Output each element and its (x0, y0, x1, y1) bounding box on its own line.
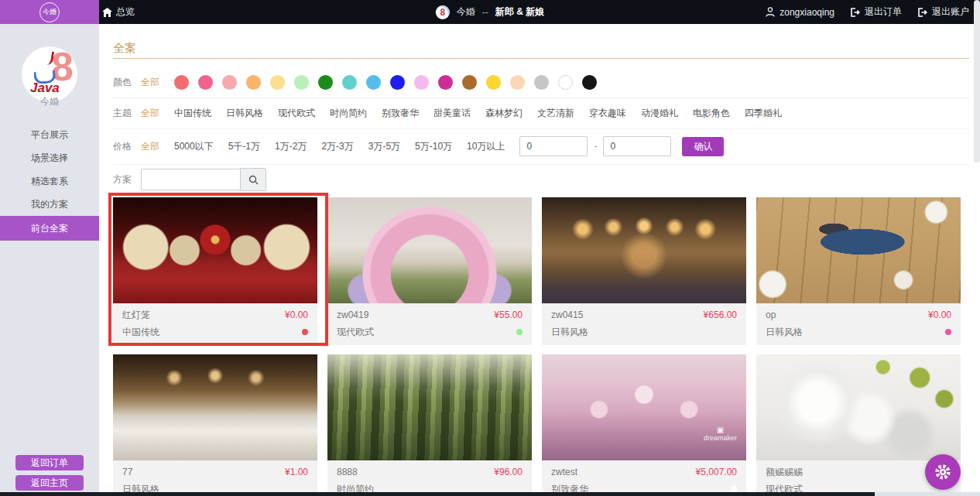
sidebar-item[interactable]: 场景选择 (0, 146, 99, 169)
color-swatch[interactable] (174, 75, 189, 90)
color-swatch[interactable] (438, 75, 453, 90)
theme-option[interactable]: 甜美童话 (433, 107, 471, 120)
filter-row-plan: 方案 (113, 164, 969, 195)
filter-row-color: 颜色 全部 (113, 67, 969, 98)
price-option[interactable]: 1万-2万 (275, 140, 307, 153)
color-swatch[interactable] (222, 75, 237, 90)
sidebar: 8 Java 今婚 平台展示场景选择精选套系我的方案前台全案 返回订单 返回主页 (0, 24, 99, 496)
theme-option[interactable]: 时尚简约 (330, 107, 367, 120)
sidebar-item[interactable]: 平台展示 (0, 123, 99, 146)
color-swatch[interactable] (318, 75, 333, 90)
product-image (113, 197, 317, 303)
color-filter-label: 颜色 (113, 76, 141, 89)
theme-option[interactable]: 森林梦幻 (485, 107, 523, 120)
java-text: Java (30, 80, 60, 96)
price-min-input[interactable] (519, 136, 588, 156)
color-swatch[interactable] (558, 75, 573, 90)
plan-search-input[interactable] (141, 169, 240, 190)
logout-order-button[interactable]: 退出订单 (850, 5, 902, 19)
theme-option[interactable]: 日韩风格 (226, 107, 263, 120)
product-name: zwtest (551, 467, 577, 477)
theme-option[interactable]: 别致奢华 (382, 107, 419, 120)
sidebar-item[interactable]: 我的方案 (0, 193, 99, 216)
product-grid: 红灯笼¥0.00中国传统zw0419¥55.00现代欧式zw0415¥656.0… (113, 197, 961, 496)
color-swatch[interactable] (366, 75, 381, 90)
logout-account-label: 退出账户 (932, 5, 969, 19)
product-card[interactable]: dreamakerzwtest¥5,007.00别致奢华 (542, 354, 746, 496)
theme-option[interactable]: 四季婚礼 (745, 107, 782, 120)
color-swatch[interactable] (294, 75, 309, 90)
color-swatch[interactable] (510, 75, 525, 90)
color-swatch[interactable] (246, 75, 261, 90)
price-option[interactable]: 2万-3万 (321, 140, 353, 153)
price-option[interactable]: 3万-5万 (368, 140, 400, 153)
product-footer: zwtest¥5,007.00别致奢华 (542, 460, 746, 496)
price-option[interactable]: 5000以下 (174, 140, 214, 153)
product-color-dot (516, 329, 523, 335)
price-option[interactable]: 5万-10万 (415, 140, 452, 153)
image-watermark: dreamaker (704, 426, 737, 442)
color-swatch[interactable] (486, 75, 501, 90)
theme-option[interactable]: 现代欧式 (278, 107, 315, 120)
plan-filter-label: 方案 (113, 173, 141, 186)
theme-option[interactable]: 电影角色 (693, 107, 730, 120)
color-swatch[interactable] (270, 75, 285, 90)
logout-account-button[interactable]: 退出账户 (917, 5, 969, 19)
product-card[interactable]: zw0415¥656.00日韩风格 (542, 197, 746, 345)
confirm-button[interactable]: 确认 (682, 137, 724, 156)
price-option[interactable]: 全部 (141, 140, 159, 153)
color-swatch[interactable] (534, 75, 549, 90)
product-image (756, 354, 961, 460)
user-menu[interactable]: zongxiaoqing (766, 7, 834, 18)
theme-option[interactable]: 动漫婚礼 (641, 107, 678, 120)
price-option[interactable]: 10万以上 (467, 140, 505, 153)
price-option[interactable]: 5千-1万 (228, 140, 260, 153)
color-swatch[interactable] (198, 75, 213, 90)
logout-icon (850, 8, 860, 17)
color-swatch[interactable] (462, 75, 477, 90)
product-price: ¥0.00 (285, 310, 308, 320)
horizontal-scrollbar-thumb[interactable] (0, 492, 875, 496)
product-name: 8888 (337, 467, 358, 477)
center-title: 新郎 & 新娘 (495, 5, 544, 19)
theme-option[interactable]: 穿衣趣味 (589, 107, 626, 120)
price-range-dash: - (594, 141, 597, 152)
sidebar-item[interactable]: 精选套系 (0, 169, 99, 193)
product-card[interactable]: 红灯笼¥0.00中国传统 (113, 197, 317, 345)
back-to-home-button[interactable]: 返回主页 (15, 475, 84, 491)
topbar: 今婚 总览 8 今婚 -- 新郎 & 新娘 zongxiaoqing 退出订单 … (0, 0, 980, 24)
theme-option[interactable]: 中国传统 (174, 107, 211, 120)
product-price: ¥0.00 (928, 310, 951, 320)
settings-fab-button[interactable] (925, 454, 961, 490)
theme-option[interactable]: 全部 (141, 107, 159, 120)
color-swatch[interactable] (390, 75, 405, 90)
product-card[interactable]: zw0419¥55.00现代欧式 (327, 197, 532, 345)
color-swatch[interactable] (342, 75, 357, 90)
theme-option[interactable]: 文艺清新 (537, 107, 574, 120)
horizontal-scrollbar-track[interactable] (0, 492, 980, 496)
product-footer: 8888¥96.00时尚简约 (327, 460, 532, 496)
sidebar-item[interactable]: 前台全案 (0, 216, 99, 241)
color-filter-all[interactable]: 全部 (141, 76, 159, 89)
back-to-orders-button[interactable]: 返回订单 (15, 455, 84, 470)
price-max-input[interactable] (603, 136, 671, 156)
logout-order-label: 退出订单 (865, 5, 902, 19)
product-name: zw0415 (551, 310, 583, 320)
product-name: zw0419 (337, 310, 368, 320)
product-image (756, 197, 961, 303)
color-swatch[interactable] (414, 75, 429, 90)
product-name: 额赐赐赐 (766, 466, 803, 479)
color-swatch[interactable] (582, 75, 597, 90)
product-footer: 77¥1.00日韩风格 (113, 460, 317, 496)
price-filter-label: 价格 (113, 140, 141, 153)
product-card[interactable]: 8888¥96.00时尚简约 (327, 354, 532, 496)
vertical-scrollbar[interactable] (974, 0, 980, 162)
product-card[interactable]: op¥0.00日韩风格 (756, 197, 961, 345)
product-card[interactable]: 77¥1.00日韩风格 (113, 354, 317, 496)
nav-center-title: 8 今婚 -- 新郎 & 新娘 (436, 0, 544, 24)
brand-block[interactable]: 今婚 (0, 0, 99, 24)
nav-overview[interactable]: 总览 (102, 0, 135, 24)
product-color-dot (731, 486, 737, 492)
search-button[interactable] (240, 168, 266, 191)
product-category: 现代欧式 (337, 326, 374, 339)
